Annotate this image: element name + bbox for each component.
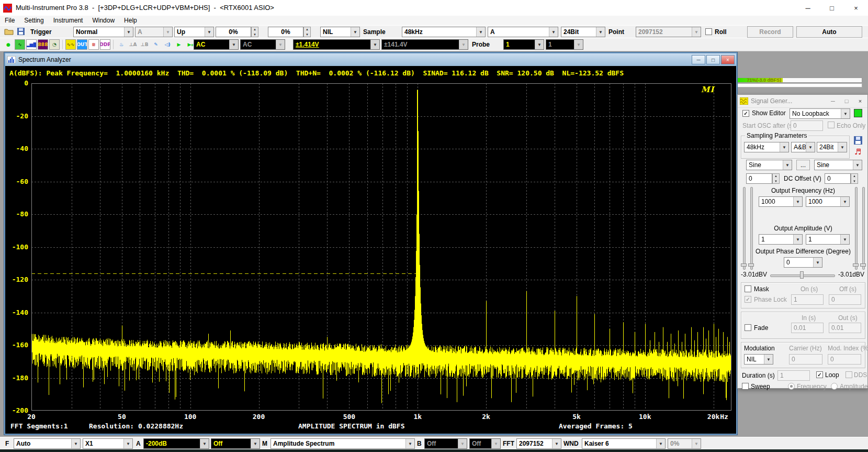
amplitude-a-slider-handle[interactable] [741,263,747,267]
roll-checkbox[interactable] [705,28,712,35]
generator-run-button[interactable] [854,109,862,117]
chevron-down-icon: ▼ [491,439,500,448]
play-icon[interactable]: ▶ [174,39,184,50]
sample-bits-combo[interactable]: 24Bit▼ [561,27,605,37]
save-waveform-icon[interactable] [853,136,863,147]
multi-waves-icon[interactable]: ≋ [88,39,99,50]
waveform-more-button[interactable]: ... [796,160,810,170]
x-tick-label: 2k [475,413,498,421]
menu-help[interactable]: Help [119,17,142,24]
run-icon[interactable]: ● [3,39,14,50]
a-range-combo[interactable]: -200dB▼ [143,438,209,449]
channel-b-ref-icon[interactable]: ⊥B [139,39,150,50]
trigger-level-spinner[interactable]: ▲▼ [251,27,258,37]
spectrum-minimize-button[interactable]: ─ [692,55,705,64]
x-tick-label: 20 [20,413,43,421]
trigger-mode-combo[interactable]: Normal▼ [73,27,133,37]
trigger-edge-combo[interactable]: Up▼ [174,27,214,37]
coupling-a-combo[interactable]: AC▼ [194,39,239,50]
show-editor-checkbox[interactable]: ✓ [742,110,749,117]
multimeter-icon[interactable]: 888 [38,39,48,50]
hpf-combo[interactable]: NIL▼ [320,27,360,37]
open-file-icon[interactable] [4,27,14,38]
balance-slider-handle[interactable] [800,271,804,279]
maximize-button[interactable]: □ [820,0,844,16]
amplitude-b-slider-track[interactable] [855,187,858,270]
mask-checkbox[interactable] [745,285,751,292]
close-button[interactable]: × [844,0,868,16]
amplitude-a-slider-track2[interactable] [750,187,753,270]
measurement-mode-combo[interactable]: Amplitude Spectrum▼ [270,438,415,449]
probe-calibration-icon[interactable]: ✎ [151,39,161,50]
sample-rate-combo[interactable]: 48kHz▼ [402,27,486,37]
siggen-maximize-button[interactable]: □ [840,96,853,106]
amplitude-b-slider-handle[interactable] [853,263,859,267]
loopback-combo[interactable]: No Loopback▼ [790,108,850,119]
dc-offset-a-spinner[interactable]: ▲▼ [772,173,780,184]
fade-label: Fade [754,324,768,332]
loop-checkbox[interactable]: ✓ [816,371,823,378]
spectrum-3d-plotter-icon[interactable]: ◔ [49,39,60,50]
amplitude-a-slider-handle2[interactable] [748,263,754,267]
sample-channel-combo[interactable]: A▼ [488,27,558,37]
auto-button[interactable]: Auto [796,26,862,38]
spectrum-titlebar[interactable]: Spectrum Analyzer ─ □ × [5,53,736,66]
trigger-delay-field[interactable]: 0% [268,27,303,37]
chevron-down-icon: ▼ [764,355,773,364]
siggen-minimize-button[interactable]: ─ [827,96,839,106]
gen-bits-combo[interactable]: 24Bit▼ [817,142,847,152]
minimize-button[interactable]: ─ [796,0,820,16]
amplitude-b-slider-handle2[interactable] [860,263,866,267]
probe-a-combo[interactable]: 1▼ [503,39,544,50]
menu-setting[interactable]: Setting [19,17,48,24]
fade-checkbox[interactable] [745,324,751,331]
modulation-mode-combo[interactable]: NIL▼ [744,354,773,365]
amplitude-a-combo[interactable]: 1▼ [759,234,803,245]
spectrum-plot[interactable] [31,83,731,411]
phase-combo[interactable]: 0▼ [784,257,822,268]
signal-generator-titlebar[interactable]: Signal Gener... ─ □ × [738,95,867,108]
spectrum-analyzer-icon[interactable]: ▂▅▇ [26,39,37,50]
channel-a-ref-icon[interactable]: ⊥A [128,39,138,50]
save-icon[interactable] [17,27,25,38]
dc-offset-label: DC Offset (V) [784,175,821,182]
signal-generator-icon[interactable]: ∿∿ [65,39,76,50]
sweep-frequency-radio [788,383,795,390]
menu-file[interactable]: File [0,17,19,24]
gen-channels-combo[interactable]: A&B▼ [791,142,815,152]
fade-in-label: In (s) [802,314,816,322]
sound-device-icon[interactable]: ♨ [116,39,127,50]
amplitude-b-slider-track2[interactable] [862,187,865,270]
loop-label: Loop [825,371,839,379]
spectrum-maximize-button[interactable]: □ [706,55,720,64]
ddp-viewer-icon[interactable]: DDP [100,39,110,50]
trigger-level-field[interactable]: 0% [216,27,251,37]
frequency-b-combo[interactable]: 1000▼ [806,196,850,207]
oscilloscope-icon[interactable]: ∿ [15,39,25,50]
menu-instrument[interactable]: Instrument [49,17,88,24]
frequency-mode-combo[interactable]: Auto▼ [14,438,81,449]
waveform-b-combo[interactable]: Sine▼ [814,160,862,170]
speaker-icon[interactable]: ◁) [162,39,173,50]
siggen-close-button[interactable]: × [854,96,866,106]
a-mode-combo[interactable]: Off▼ [211,438,260,449]
x-scale-combo[interactable]: X1▼ [83,438,133,449]
dc-offset-b-field[interactable]: 0 [825,173,851,184]
amplitude-a-slider-track[interactable] [743,187,746,270]
device-test-plan-icon[interactable]: OUT [77,39,87,50]
sweep-checkbox[interactable] [742,383,749,390]
fft-size-combo[interactable]: 2097152▼ [516,438,561,449]
gen-sample-rate-combo[interactable]: 48kHz▼ [744,142,789,152]
spectrum-close-button[interactable]: × [721,55,735,64]
menu-window[interactable]: Window [87,17,119,24]
dc-offset-a-field[interactable]: 0 [746,173,772,184]
music-note-icon[interactable]: ♬ [854,147,861,157]
frequency-a-combo[interactable]: 1000▼ [759,196,803,207]
waveform-a-combo[interactable]: Sine▼ [746,160,792,170]
amplitude-b-combo[interactable]: 1▼ [806,234,850,245]
trigger-delay-spinner[interactable]: ▲▼ [303,27,311,37]
dc-offset-b-spinner[interactable]: ▲▼ [851,173,858,184]
window-function-combo[interactable]: Kaiser 6▼ [582,438,666,449]
range-a-combo[interactable]: ±1.414V▼ [293,39,380,50]
fade-out-field: 0.01 [829,323,861,333]
